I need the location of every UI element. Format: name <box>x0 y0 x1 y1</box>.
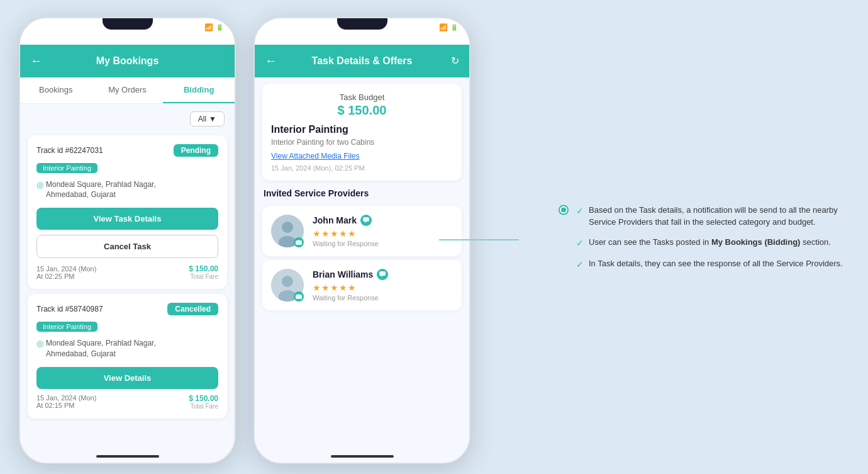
phone-taskdetails: 12:24 📶 🔋 ← Task Details & Offers ↻ Task… <box>253 17 470 464</box>
card2-price-amount: $ 150.00 <box>189 394 218 403</box>
booking-filter-row: All ▼ <box>20 104 235 130</box>
card2-price-label: Total Fare <box>189 403 218 410</box>
annotation-item-2: ✓ User can see the Tasks posted in My Bo… <box>576 235 849 249</box>
budget-amount: $ 150.00 <box>271 103 453 118</box>
annotation-text-2: User can see the Tasks posted in My Book… <box>589 235 831 248</box>
location-line2-2: Ahmedabad, Gujarat <box>46 349 156 359</box>
filter-button[interactable]: All ▼ <box>190 111 225 127</box>
phones-container: 12:24 📶 🔋 ← My Bookings Bookings My Orde… <box>19 17 470 464</box>
annotation-text-3: In Task details, they can see the respon… <box>589 257 843 269</box>
card2-header: Track id #58740987 Cancelled <box>36 303 218 315</box>
annotation-item-1: ✓ Based on the Task details, a notificat… <box>576 203 849 228</box>
svg-marker-13 <box>381 276 382 277</box>
phone2-header-title: Task Details & Offers <box>312 55 413 67</box>
signal-icon: 🔋 <box>216 24 223 31</box>
check-icon-2: ✓ <box>576 236 584 249</box>
cancel-task-btn-1[interactable]: Cancel Task <box>36 235 218 258</box>
phone2-back-button[interactable]: ← <box>265 54 277 68</box>
card1-footer: 15 Jan, 2024 (Mon) At 02:25 PM $ 150.00 … <box>36 264 218 280</box>
card1-time-text: At 02:25 PM <box>36 273 96 280</box>
tab-bidding[interactable]: Bidding <box>163 77 235 103</box>
provider2-avatar-wrap <box>271 269 304 302</box>
card1-price: $ 150.00 Total Fare <box>189 264 218 280</box>
task-budget-card: Task Budget $ 150.00 Interior Painting I… <box>262 84 462 181</box>
annotation-item-3: ✓ In Task details, they can see the resp… <box>576 257 849 271</box>
task-description: Interior Painting for two Cabins <box>271 138 453 147</box>
task-date: 15 Jan, 2024 (Mon), 02:25 PM <box>271 164 453 172</box>
card2-price: $ 150.00 Total Fare <box>189 394 218 410</box>
provider1-info: John Mark ★★★★★ Waiting for Response <box>313 215 379 247</box>
tab-myorders[interactable]: My Orders <box>92 77 164 103</box>
tab-bar: Bookings My Orders Bidding <box>20 77 235 104</box>
provider2-stars: ★★★★★ <box>313 283 388 293</box>
svg-rect-5 <box>363 217 369 222</box>
provider1-name: John Mark <box>313 215 379 226</box>
phone1-time: 12:24 <box>31 23 49 31</box>
view-details-btn-2[interactable]: View Details <box>36 367 218 389</box>
tab-bookings[interactable]: Bookings <box>20 77 92 103</box>
category-badge-2: Interior Painting <box>36 322 97 332</box>
phone2-time: 12:24 <box>266 23 284 31</box>
phone1-header: ← My Bookings <box>20 45 235 77</box>
svg-rect-12 <box>379 271 386 276</box>
phone2-content: Task Budget $ 150.00 Interior Painting I… <box>255 77 469 463</box>
location-line1-2: Mondeal Square, Prahlad Nagar, <box>46 338 156 349</box>
phone2-home-indicator <box>331 455 394 458</box>
card2-footer: 15 Jan, 2024 (Mon) At 02:15 PM $ 150.00 … <box>36 394 218 410</box>
location-line1-1: Mondeal Square, Prahlad Nagar, <box>46 179 156 190</box>
provider2-badge <box>294 291 304 302</box>
battery-icon-2: 🔋 <box>450 24 458 31</box>
provider1-badge <box>294 237 304 247</box>
section-title-providers: Invited Service Providers <box>255 181 469 202</box>
phone2-status-icons: 📶 🔋 <box>439 23 458 31</box>
card2-date-text: 15 Jan, 2024 (Mon) <box>36 394 96 402</box>
card1-date: 15 Jan, 2024 (Mon) At 02:25 PM <box>36 265 96 280</box>
connector-line <box>439 239 519 240</box>
location-line2-1: Ahmedabad, Gujarat <box>46 189 156 200</box>
budget-title: Task Budget <box>271 93 453 102</box>
booking-card-1: Track id #62247031 Pending Interior Pain… <box>28 135 227 290</box>
location-text-2: Mondeal Square, Prahlad Nagar, Ahmedabad… <box>46 338 156 359</box>
task-name: Interior Painting <box>271 124 453 135</box>
phone1-statusbar: 12:24 📶 🔋 <box>20 18 235 45</box>
card2-date: 15 Jan, 2024 (Mon) At 02:15 PM <box>36 394 96 409</box>
svg-point-8 <box>282 276 293 287</box>
phone2-header: ← Task Details & Offers ↻ <box>255 45 469 77</box>
card1-price-label: Total Fare <box>189 273 218 280</box>
provider2-name: Brian Williams <box>313 269 388 280</box>
svg-point-1 <box>282 222 293 233</box>
card1-price-amount: $ 150.00 <box>189 264 218 273</box>
check-icon-1: ✓ <box>576 204 584 217</box>
card1-date-text: 15 Jan, 2024 (Mon) <box>36 265 96 273</box>
svg-marker-11 <box>298 294 300 295</box>
chat-badge-2[interactable] <box>377 269 388 280</box>
refresh-button[interactable]: ↻ <box>451 55 459 67</box>
check-icon-3: ✓ <box>576 257 584 271</box>
provider1-stars: ★★★★★ <box>313 229 379 239</box>
svg-rect-3 <box>296 240 302 245</box>
svg-rect-10 <box>296 295 302 299</box>
location-icon-2: ◎ <box>36 339 43 348</box>
annotation-text-1: Based on the Task details, a notificatio… <box>589 203 849 228</box>
location-icon-1: ◎ <box>36 180 43 189</box>
provider-card-1: John Mark ★★★★★ Waiting for Response <box>262 206 462 256</box>
back-button[interactable]: ← <box>30 54 43 68</box>
phone2-statusbar: 12:24 📶 🔋 <box>255 18 469 45</box>
svg-marker-6 <box>364 222 366 223</box>
wifi-icon-2: 📶 <box>439 23 448 31</box>
media-link[interactable]: View Attached Media Files <box>271 152 453 161</box>
provider2-status: Waiting for Response <box>313 294 388 302</box>
booking-card-2: Track id #58740987 Cancelled Interior Pa… <box>28 294 227 419</box>
view-task-btn-1[interactable]: View Task Details <box>36 208 218 230</box>
provider1-status: Waiting for Response <box>313 240 379 247</box>
phone1-header-title: My Bookings <box>96 55 159 67</box>
chevron-down-icon: ▼ <box>209 115 216 123</box>
phone-mybookings: 12:24 📶 🔋 ← My Bookings Bookings My Orde… <box>19 17 236 464</box>
card2-time-text: At 02:15 PM <box>36 402 96 409</box>
phone1-status-icons: 📶 🔋 <box>204 23 223 31</box>
annotation-dot <box>560 206 567 213</box>
card1-header: Track id #62247031 Pending <box>36 144 218 157</box>
chat-badge-1[interactable] <box>360 215 372 226</box>
track-id-1: Track id #62247031 <box>36 146 103 155</box>
annotation-items: ✓ Based on the Task details, a notificat… <box>576 203 849 271</box>
